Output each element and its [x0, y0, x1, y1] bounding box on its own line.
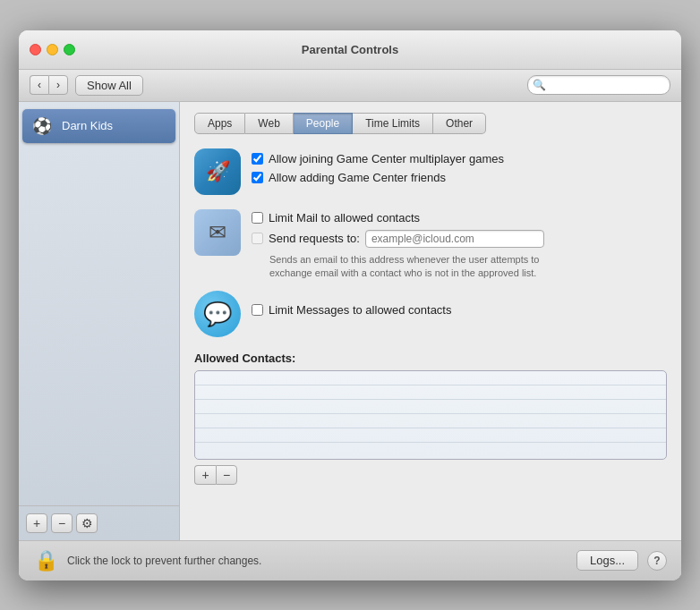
game-center-icon: 🚀: [194, 148, 241, 195]
sidebar-list: ⚽ Darn Kids: [19, 102, 179, 505]
add-user-button[interactable]: +: [26, 513, 47, 533]
minimize-button[interactable]: [47, 44, 58, 55]
send-requests-email-input[interactable]: [365, 230, 544, 248]
contacts-stripe-4: [195, 414, 666, 428]
sidebar-item-darn-kids[interactable]: ⚽ Darn Kids: [22, 109, 175, 143]
send-requests-row: Send requests to:: [252, 230, 556, 248]
search-box: 🔍: [527, 75, 670, 95]
mail-section: ✉ Limit Mail to allowed contacts Send re…: [194, 209, 667, 281]
settings-button[interactable]: ⚙: [76, 513, 98, 533]
friends-row: Allow adding Game Center friends: [252, 171, 504, 184]
limit-mail-label: Limit Mail to allowed contacts: [269, 211, 420, 225]
tabs: Apps Web People Time Limits Other: [194, 113, 667, 134]
multiplayer-row: Allow joining Game Center multiplayer ga…: [252, 152, 504, 165]
sidebar-footer: + − ⚙: [19, 505, 179, 540]
search-input[interactable]: [527, 75, 670, 95]
tab-time-limits[interactable]: Time Limits: [353, 113, 433, 134]
tab-apps[interactable]: Apps: [194, 113, 245, 134]
allow-multiplayer-label: Allow joining Game Center multiplayer ga…: [269, 152, 504, 165]
limit-mail-row: Limit Mail to allowed contacts: [252, 211, 556, 225]
sidebar: ⚽ Darn Kids + − ⚙: [19, 102, 180, 540]
nav-buttons: ‹ ›: [30, 75, 68, 95]
toolbar: ‹ › Show All 🔍: [19, 70, 681, 102]
limit-messages-checkbox[interactable]: [252, 304, 263, 316]
window: Parental Controls ‹ › Show All 🔍 ⚽ Darn …: [19, 30, 681, 580]
contacts-stripe-5: [195, 428, 666, 443]
forward-button[interactable]: ›: [48, 75, 68, 95]
help-button[interactable]: ?: [647, 551, 667, 571]
tab-web[interactable]: Web: [245, 113, 293, 134]
lock-message: Click the lock to prevent further change…: [67, 555, 568, 567]
tab-people[interactable]: People: [294, 113, 353, 134]
window-title: Parental Controls: [302, 43, 398, 56]
contacts-stripe-2: [195, 385, 666, 400]
limit-messages-row: Limit Messages to allowed contacts: [252, 303, 451, 317]
sidebar-item-label: Darn Kids: [62, 119, 113, 132]
limit-mail-checkbox[interactable]: [252, 212, 263, 224]
search-icon: 🔍: [533, 79, 546, 91]
remove-contact-button[interactable]: −: [216, 465, 237, 485]
maximize-button[interactable]: [64, 44, 75, 55]
send-requests-label: Send requests to:: [269, 232, 360, 245]
titlebar: Parental Controls: [19, 30, 681, 70]
send-requests-checkbox[interactable]: [252, 233, 263, 244]
contacts-footer: + −: [194, 465, 667, 485]
close-button[interactable]: [30, 44, 41, 55]
contacts-list[interactable]: [194, 370, 667, 460]
allowed-contacts: Allowed Contacts: + −: [194, 352, 667, 485]
traffic-lights: [30, 44, 75, 55]
limit-messages-label: Limit Messages to allowed contacts: [269, 303, 451, 317]
game-center-options: Allow joining Game Center multiplayer ga…: [252, 148, 504, 184]
game-center-section: 🚀 Allow joining Game Center multiplayer …: [194, 148, 667, 195]
remove-user-button[interactable]: −: [51, 513, 73, 533]
logs-button[interactable]: Logs...: [576, 550, 638, 571]
mail-icon: ✉: [194, 209, 241, 256]
add-contact-button[interactable]: +: [194, 465, 216, 485]
show-all-button[interactable]: Show All: [75, 75, 143, 96]
allow-friends-label: Allow adding Game Center friends: [269, 171, 446, 184]
allow-friends-checkbox[interactable]: [252, 172, 263, 183]
main-panel: Apps Web People Time Limits Other 🚀 Allo…: [180, 102, 681, 540]
tab-other[interactable]: Other: [433, 113, 486, 134]
messages-icon: 💬: [194, 291, 241, 337]
allowed-contacts-label: Allowed Contacts:: [194, 352, 667, 365]
user-icon: ⚽: [30, 114, 55, 139]
mail-options: Limit Mail to allowed contacts Send requ…: [252, 209, 556, 281]
messages-section: 💬 Limit Messages to allowed contacts: [194, 291, 667, 337]
window-footer: 🔒 Click the lock to prevent further chan…: [19, 540, 681, 580]
messages-options: Limit Messages to allowed contacts: [252, 291, 451, 317]
lock-icon[interactable]: 🔒: [33, 548, 58, 573]
back-button[interactable]: ‹: [30, 75, 48, 95]
allow-multiplayer-checkbox[interactable]: [252, 153, 263, 165]
sends-email-note: Sends an email to this address whenever …: [269, 253, 556, 281]
content-area: ⚽ Darn Kids + − ⚙ Apps Web People Time L…: [19, 102, 681, 540]
contacts-stripe-1: [195, 371, 666, 385]
contacts-stripe-3: [195, 400, 666, 414]
